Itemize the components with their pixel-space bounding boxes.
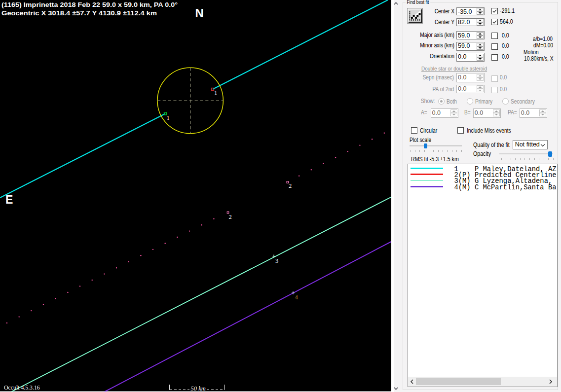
svg-text:N: N xyxy=(195,6,204,20)
svg-text:2: 2 xyxy=(229,214,232,220)
svg-text:1: 1 xyxy=(167,114,170,121)
svg-text:4: 4 xyxy=(295,294,299,301)
svg-text:(1165) Imprinetta 2018 Feb 22: (1165) Imprinetta 2018 Feb 22 59.0 x 59.… xyxy=(1,1,178,8)
svg-text:Occult 4.5.3.16: Occult 4.5.3.16 xyxy=(4,384,40,391)
svg-text:2: 2 xyxy=(289,182,292,189)
svg-text:1: 1 xyxy=(214,89,217,96)
svg-text:E: E xyxy=(5,193,13,206)
svg-text:3: 3 xyxy=(275,257,278,264)
svg-text:Geocentric X 3018.4 ±57.7 Y: Geocentric X 3018.4 ±57.7 Y 4130.9 ±112.… xyxy=(1,9,157,17)
svg-text:50 km: 50 km xyxy=(191,385,206,392)
